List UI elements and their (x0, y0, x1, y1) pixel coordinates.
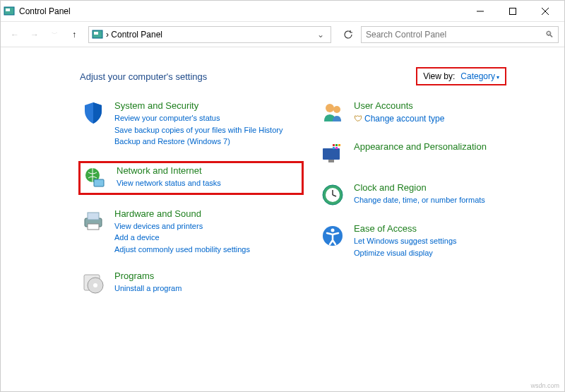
category-link[interactable]: View devices and printers (114, 220, 302, 232)
category-appearance-personalization: Appearance and Personalization (318, 139, 543, 169)
category-title[interactable]: Programs (114, 271, 302, 281)
category-title[interactable]: System and Security (114, 100, 302, 111)
address-bar[interactable]: › Control Panel ⌄ (88, 26, 331, 43)
category-title[interactable]: Ease of Access (354, 223, 541, 234)
view-by-label: View by: (423, 71, 455, 81)
category-link[interactable]: Review your computer's status (114, 112, 302, 124)
category-link[interactable]: Save backup copies of your files with Fi… (114, 124, 302, 136)
disc-icon (81, 271, 106, 296)
svg-point-30 (331, 229, 335, 232)
svg-rect-19 (333, 144, 335, 146)
category-title[interactable]: Clock and Region (354, 182, 541, 193)
category-clock-region: Clock and Region Change date, time, or n… (318, 180, 543, 210)
svg-rect-23 (335, 147, 338, 149)
uac-shield-icon: 🛡 (354, 114, 362, 124)
minimize-button[interactable] (464, 1, 496, 22)
category-link[interactable]: Optimize visual display (354, 247, 541, 259)
svg-rect-18 (323, 148, 340, 160)
category-link[interactable]: Backup and Restore (Windows 7) (114, 136, 302, 148)
category-title[interactable]: User Accounts (354, 100, 541, 111)
up-button[interactable]: ↑ (66, 26, 83, 43)
shield-icon (81, 100, 106, 126)
category-system-security: System and Security Review your computer… (78, 98, 304, 150)
svg-rect-21 (338, 144, 340, 146)
refresh-button[interactable] (338, 26, 358, 43)
search-icon[interactable]: 🔍︎ (545, 30, 554, 40)
back-button[interactable]: ← (6, 26, 23, 43)
svg-point-16 (326, 104, 334, 112)
category-link[interactable]: View network status and tasks (117, 177, 299, 189)
svg-rect-20 (335, 144, 338, 146)
svg-rect-1 (6, 8, 10, 11)
category-link[interactable]: Let Windows suggest settings (354, 235, 541, 247)
category-title[interactable]: Appearance and Personalization (354, 141, 541, 152)
globe-network-icon (83, 165, 108, 191)
chevron-down-icon: ▾ (496, 74, 499, 81)
view-by-dropdown[interactable]: Category▾ (460, 71, 499, 81)
category-link[interactable]: 🛡Change account type (354, 112, 541, 125)
users-icon (320, 100, 345, 126)
category-link[interactable]: Adjust commonly used mobility settings (114, 244, 302, 256)
monitor-colors-icon (320, 141, 345, 167)
svg-point-15 (93, 283, 97, 287)
refresh-icon (343, 30, 353, 40)
category-link[interactable]: Add a device (114, 232, 302, 244)
category-ease-of-access: Ease of Access Let Windows suggest setti… (318, 221, 543, 261)
category-programs: Programs Uninstall a program (78, 268, 304, 298)
svg-rect-12 (88, 224, 99, 230)
close-button[interactable] (529, 1, 561, 22)
page-title: Adjust your computer's settings (80, 71, 416, 82)
svg-rect-22 (333, 147, 335, 149)
category-hardware-sound: Hardware and Sound View devices and prin… (78, 206, 304, 258)
view-by-control: View by: Category▾ (416, 67, 506, 85)
right-column: User Accounts 🛡Change account type Appea… (318, 98, 543, 309)
left-column: System and Security Review your computer… (78, 98, 304, 309)
recent-dropdown[interactable]: ﹀ (46, 26, 63, 43)
address-path: › Control Panel (106, 30, 314, 40)
svg-point-17 (333, 106, 340, 113)
watermark: wsdn.com (530, 382, 559, 389)
maximize-button[interactable] (496, 1, 529, 22)
search-input[interactable] (366, 30, 545, 40)
svg-rect-9 (94, 179, 104, 186)
category-link[interactable]: Change date, time, or number formats (354, 194, 541, 206)
control-panel-icon (92, 29, 103, 40)
search-bar[interactable]: 🔍︎ (361, 26, 559, 43)
svg-rect-3 (510, 8, 516, 14)
window-title: Control Panel (19, 6, 464, 16)
content-area: Adjust your computer's settings View by:… (1, 47, 564, 329)
svg-rect-24 (328, 160, 334, 162)
category-user-accounts: User Accounts 🛡Change account type (318, 98, 543, 128)
forward-button[interactable]: → (26, 26, 43, 43)
category-link[interactable]: Uninstall a program (114, 283, 302, 295)
clock-icon (320, 182, 345, 208)
printer-icon (81, 208, 106, 234)
category-network-internet: Network and Internet View network status… (78, 161, 304, 195)
control-panel-icon (4, 6, 15, 17)
accessibility-icon (320, 223, 345, 249)
category-title[interactable]: Hardware and Sound (114, 208, 302, 219)
svg-rect-11 (88, 213, 99, 220)
category-title[interactable]: Network and Internet (117, 165, 299, 176)
address-dropdown[interactable]: ⌄ (314, 30, 328, 40)
svg-rect-7 (94, 32, 98, 35)
navigation-bar: ← → ﹀ ↑ › Control Panel ⌄ 🔍︎ (1, 22, 564, 47)
title-bar: Control Panel (1, 1, 564, 22)
